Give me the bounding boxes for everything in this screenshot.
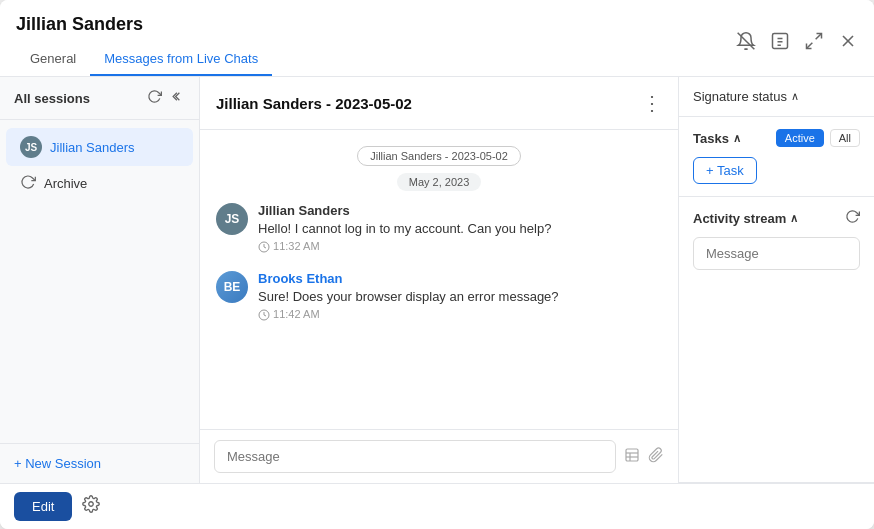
activity-stream-refresh-icon[interactable] (845, 209, 860, 227)
page-title: Jillian Sanders (16, 14, 272, 35)
tab-live-chats[interactable]: Messages from Live Chats (90, 43, 272, 76)
message-2: BE Brooks Ethan Sure! Does your browser … (216, 271, 662, 321)
activity-stream-chevron[interactable]: ∧ (790, 212, 798, 225)
svg-line-2 (816, 34, 822, 40)
person-icon-button[interactable] (770, 31, 790, 51)
body: All sessions JS Jillian Sanders (0, 77, 874, 483)
chat-menu-button[interactable]: ⋮ (642, 91, 662, 115)
chat-area: Jillian Sanders - 2023-05-02 ⋮ Jillian S… (200, 77, 679, 483)
tasks-filter-all[interactable]: All (830, 129, 860, 147)
bottom-bar: Edit (0, 483, 874, 529)
activity-message-input[interactable] (693, 237, 860, 270)
settings-icon-button[interactable] (82, 495, 100, 518)
avatar-msg-jillian: JS (216, 203, 248, 235)
tasks-actions: Active All (776, 129, 860, 147)
svg-rect-8 (626, 449, 638, 461)
svg-line-3 (807, 43, 813, 49)
chat-header: Jillian Sanders - 2023-05-02 ⋮ (200, 77, 678, 130)
svg-point-12 (89, 502, 94, 507)
sidebar-title: All sessions (14, 91, 90, 106)
archive-icon (20, 174, 36, 193)
session-badge: Jillian Sanders - 2023-05-02 (357, 146, 521, 166)
activity-stream-section: Activity stream ∧ (679, 197, 874, 483)
sidebar-footer: + New Session (0, 443, 199, 483)
msg-sender-2: Brooks Ethan (258, 271, 662, 286)
template-icon[interactable] (624, 447, 640, 466)
msg-time-2: 11:42 AM (258, 308, 662, 321)
tasks-filter-active[interactable]: Active (776, 129, 824, 147)
activity-stream-header: Activity stream ∧ (693, 209, 860, 227)
right-panel: Signature status ∧ Tasks ∧ Active All + … (679, 77, 874, 483)
refresh-sessions-icon[interactable] (147, 89, 162, 107)
avatar-msg-brooks: BE (216, 271, 248, 303)
tab-general[interactable]: General (16, 43, 90, 76)
new-session-button[interactable]: + New Session (14, 456, 101, 471)
close-icon-button[interactable] (838, 31, 858, 51)
signature-status-chevron[interactable]: ∧ (791, 90, 799, 103)
sidebar-items: JS Jillian Sanders Archive (0, 120, 199, 443)
mute-icon-button[interactable] (736, 31, 756, 51)
edit-button[interactable]: Edit (14, 492, 72, 521)
sidebar-header-actions (147, 89, 185, 107)
msg-time-1: 11:32 AM (258, 240, 662, 253)
avatar-jillian: JS (20, 136, 42, 158)
message-body-2: Brooks Ethan Sure! Does your browser dis… (258, 271, 662, 321)
app-header: Jillian Sanders General Messages from Li… (0, 0, 874, 77)
expand-icon-button[interactable] (804, 31, 824, 51)
date-badge: May 2, 2023 (397, 173, 482, 191)
signature-status-label: Signature status ∧ (693, 89, 799, 104)
chat-input-area (200, 429, 678, 483)
chat-date-labels: Jillian Sanders - 2023-05-02 May 2, 2023 (216, 146, 662, 191)
header-left: Jillian Sanders General Messages from Li… (16, 14, 272, 76)
message-1: JS Jillian Sanders Hello! I cannot log i… (216, 203, 662, 253)
tasks-title: Tasks ∧ (693, 131, 741, 146)
sidebar-item-archive[interactable]: Archive (6, 166, 193, 201)
tasks-section: Tasks ∧ Active All + Task (679, 117, 874, 197)
activity-stream-title: Activity stream ∧ (693, 211, 798, 226)
msg-text-2: Sure! Does your browser display an error… (258, 289, 662, 304)
msg-sender-1: Jillian Sanders (258, 203, 662, 218)
svg-rect-1 (773, 34, 788, 49)
sidebar-header: All sessions (0, 77, 199, 120)
msg-text-1: Hello! I cannot log in to my account. Ca… (258, 221, 662, 236)
chat-title: Jillian Sanders - 2023-05-02 (216, 95, 412, 112)
header-tabs: General Messages from Live Chats (16, 43, 272, 76)
sidebar-item-jillian[interactable]: JS Jillian Sanders (6, 128, 193, 166)
attach-icon[interactable] (648, 447, 664, 466)
left-sidebar: All sessions JS Jillian Sanders (0, 77, 200, 483)
header-actions (736, 31, 858, 59)
chat-messages: Jillian Sanders - 2023-05-02 May 2, 2023… (200, 130, 678, 429)
signature-status-section: Signature status ∧ (679, 77, 874, 117)
add-task-button[interactable]: + Task (693, 157, 757, 184)
message-body-1: Jillian Sanders Hello! I cannot log in t… (258, 203, 662, 253)
chat-message-input[interactable] (214, 440, 616, 473)
tasks-header: Tasks ∧ Active All (693, 129, 860, 147)
tasks-chevron[interactable]: ∧ (733, 132, 741, 145)
collapse-sidebar-icon[interactable] (170, 89, 185, 107)
